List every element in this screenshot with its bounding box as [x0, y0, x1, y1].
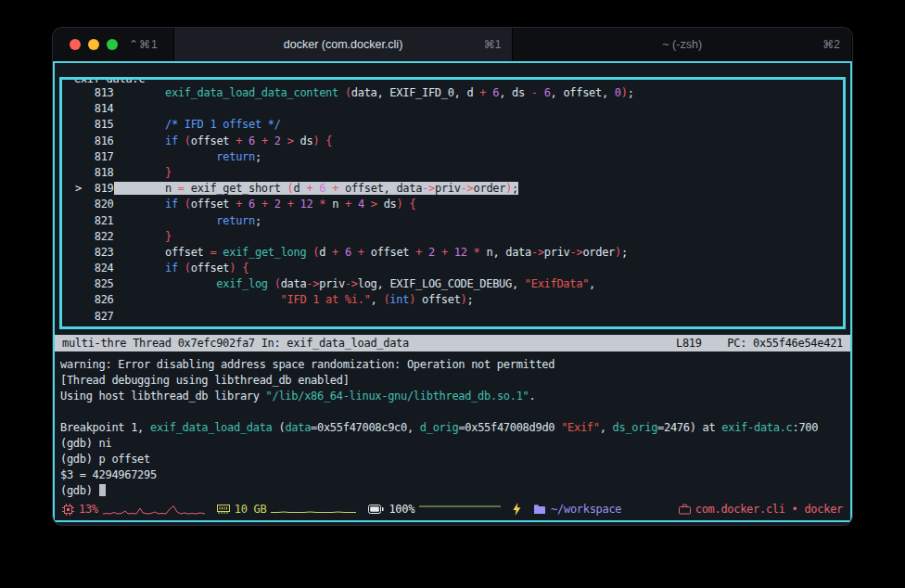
- code-segment: (: [345, 86, 351, 99]
- terminal-content[interactable]: exif-data.c 813 exif_data_load_data_cont…: [53, 61, 852, 522]
- line-number: 823: [75, 246, 114, 259]
- source-line: 816 if (offset + 6 + 2 > ds) {: [75, 134, 843, 149]
- code-segment: ;: [467, 293, 474, 306]
- code-segment: priv: [544, 246, 570, 259]
- code-segment: n: [165, 182, 178, 195]
- code-segment: 12: [454, 246, 467, 259]
- code-segment: offset: [415, 293, 460, 306]
- window-controls: ⌃⌘1: [53, 28, 174, 61]
- code-segment: 6: [345, 246, 351, 259]
- code-segment: d_orig: [420, 421, 459, 434]
- code-segment: (gdb) p offset: [60, 453, 150, 466]
- console-line: (gdb) p offset: [60, 452, 850, 467]
- source-line: 825 exif_log (data->priv->log, EXIF_LOG_…: [75, 276, 843, 292]
- code-segment: $3 = 4294967295: [60, 468, 157, 481]
- gdb-console[interactable]: warning: Error disabling address space r…: [55, 352, 850, 499]
- code-segment: +: [261, 134, 268, 147]
- battery-indicator[interactable]: 100%: [368, 503, 501, 516]
- code-segment: ->: [306, 277, 319, 290]
- battery-sparkline: [419, 503, 501, 516]
- code-segment: [114, 246, 165, 259]
- code-segment: 12: [300, 198, 313, 211]
- line-number: 821: [75, 214, 114, 227]
- console-line: warning: Error disabling address space r…: [60, 357, 850, 373]
- code-segment: +: [261, 198, 268, 211]
- code-segment: return: [216, 214, 255, 227]
- line-number: > 819: [75, 182, 114, 195]
- code-segment: exif-data.c: [721, 421, 792, 434]
- code-segment: +: [441, 246, 448, 259]
- line-code: }: [114, 166, 172, 179]
- code-segment: order: [582, 246, 615, 259]
- terminal-cursor[interactable]: [99, 484, 106, 496]
- code-segment: offset: [191, 262, 230, 275]
- code-segment: ds_orig: [613, 421, 657, 434]
- code-segment: [268, 277, 274, 290]
- console-line: Using host libthread_db library "/lib/x8…: [60, 389, 850, 404]
- code-segment: ,: [600, 421, 613, 434]
- source-line: 820 if (offset + 6 + 2 + 12 * n + 4 > ds…: [75, 197, 843, 212]
- memory-indicator[interactable]: 10 GB: [217, 503, 357, 516]
- minimize-button[interactable]: [88, 39, 99, 50]
- code-segment: [538, 86, 544, 99]
- code-segment: [281, 198, 287, 211]
- cpu-indicator[interactable]: 13%: [62, 503, 205, 516]
- tab-zsh[interactable]: ~ (-zsh) ⌘2: [513, 28, 852, 61]
- code-segment: "/lib/x86_64-linux-gnu/libthread_db.so.1…: [266, 390, 529, 403]
- code-segment: [435, 246, 441, 259]
- source-line: 826 "IFD 1 at %i.", (int) offset);: [75, 292, 843, 308]
- code-segment: return: [216, 150, 255, 163]
- code-segment: "ExifData": [525, 277, 589, 290]
- code-segment: >: [287, 134, 294, 147]
- source-line: 824 if (offset) {: [75, 261, 843, 276]
- code-segment: offset: [191, 134, 236, 147]
- source-line: 823 offset = exif_get_long (d + 6 + offs…: [75, 245, 843, 261]
- code-segment: 2: [428, 246, 435, 259]
- line-number: 814: [75, 102, 114, 115]
- code-segment: ->: [570, 246, 583, 259]
- code-segment: [178, 198, 185, 211]
- bolt-icon: [513, 503, 521, 516]
- code-segment: if: [165, 198, 178, 211]
- tab-label: docker (com.docker.cli): [284, 38, 403, 51]
- code-segment: =0x55f47008d9d0: [458, 421, 561, 434]
- line-code: offset = exif_get_long (d + 6 + offset +…: [114, 246, 628, 259]
- console-line: (gdb) ni: [60, 436, 850, 452]
- zoom-button[interactable]: [107, 39, 118, 50]
- source-line: 815 /* IFD 1 offset */: [75, 117, 843, 133]
- code-segment: [114, 118, 165, 131]
- titlebar[interactable]: ⌃⌘1 docker (com.docker.cli) ⌘1 ~ (-zsh) …: [53, 28, 852, 61]
- code-segment: [114, 198, 165, 211]
- source-line: 813 exif_data_load_data_content (data, E…: [75, 85, 843, 101]
- code-segment: [114, 166, 165, 179]
- code-segment: ;: [255, 150, 261, 163]
- line-code: /* IFD 1 offset */: [114, 118, 281, 131]
- tab-shortcut: ⌘2: [822, 38, 840, 51]
- console-line: Breakpoint 1, exif_data_load_data (data=…: [60, 420, 850, 436]
- close-button[interactable]: [70, 39, 81, 50]
- code-segment: ,: [371, 293, 384, 306]
- battery-icon: [368, 505, 384, 514]
- code-segment: 6: [544, 86, 551, 99]
- code-segment: }: [165, 166, 172, 179]
- job-indicator[interactable]: com.docker.cli • docker: [679, 503, 843, 516]
- code-segment: Using host libthread_db library: [60, 390, 266, 403]
- console-line: (gdb): [60, 483, 850, 499]
- code-segment: [281, 134, 287, 147]
- code-segment: {: [325, 134, 332, 147]
- code-segment: ;: [255, 214, 261, 227]
- code-segment: warning: Error disabling address space r…: [60, 358, 554, 371]
- code-segment: [364, 198, 371, 211]
- code-segment: }: [165, 230, 172, 243]
- code-segment: exif_data_load_data: [150, 421, 273, 434]
- code-segment: ->: [345, 277, 358, 290]
- code-segment: priv: [319, 277, 345, 290]
- tab-docker[interactable]: docker (com.docker.cli) ⌘1: [174, 28, 514, 61]
- source-line: 818 }: [75, 165, 843, 181]
- charging-indicator: [513, 503, 521, 516]
- cpu-sparkline: [103, 503, 205, 516]
- workspace-indicator[interactable]: ~/workspace: [533, 503, 621, 516]
- code-segment: [448, 246, 454, 259]
- code-segment: ;: [621, 246, 628, 259]
- code-segment: :700: [793, 421, 819, 434]
